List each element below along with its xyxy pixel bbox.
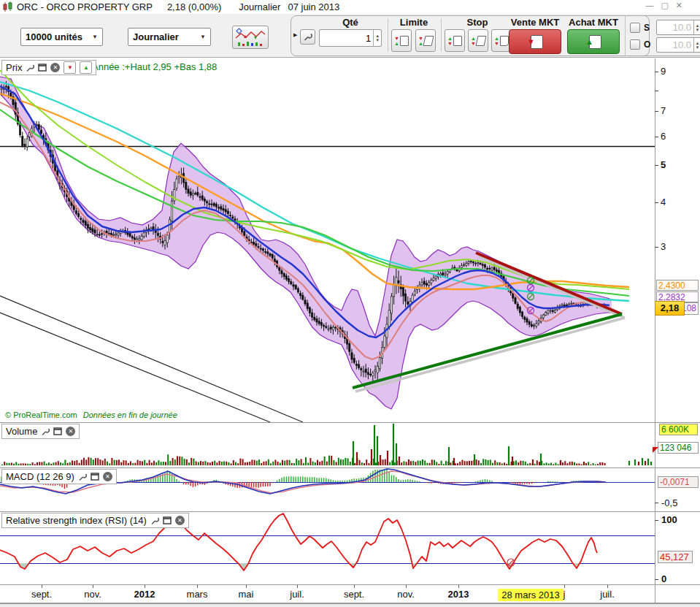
- objective-value-input[interactable]: [657, 38, 693, 52]
- timeline-tick-label: nov.: [84, 589, 101, 600]
- sell-shortcut-icon[interactable]: ▼: [64, 61, 76, 74]
- timeframe-dropdown[interactable]: Journalier ▼: [128, 28, 211, 46]
- macd-current-label: -0,0071: [658, 476, 699, 488]
- timeline-tick-label: j: [564, 589, 566, 600]
- year-high-low-info: Année :+Haut 2,95 +Bas 1,88: [92, 61, 217, 72]
- chart-style-icon: [235, 28, 266, 47]
- close-panel-icon[interactable]: ✕: [175, 516, 185, 525]
- spinner-arrows-icon[interactable]: ▲▼: [693, 20, 700, 34]
- price-axis-tick-label: 4: [661, 196, 666, 207]
- window-close-icon[interactable]: ✕: [676, 1, 682, 10]
- timeline-tick-label: mai: [239, 589, 254, 600]
- instrument-name: ORC - ORCO PROPERTY GRP: [17, 1, 153, 12]
- stop-trailing-icon: ▲▼: [494, 36, 499, 46]
- macd-panel-title: MACD (12 26 9): [6, 471, 74, 482]
- timeline-tick-label: 2012: [134, 589, 155, 600]
- limit-modify-button[interactable]: ▼▲: [415, 29, 436, 52]
- quantity-stepper[interactable]: ▲▼: [319, 29, 382, 47]
- data-delay-note: Données en fin de journée: [83, 411, 177, 419]
- timeframe-label: Journalier: [239, 1, 280, 12]
- spinner-arrows-icon[interactable]: ▲▼: [693, 38, 700, 52]
- wrench-icon[interactable]: [78, 473, 87, 481]
- detach-window-icon[interactable]: [163, 516, 172, 524]
- objective-checkbox[interactable]: [630, 39, 640, 50]
- stop-label: Stop: [442, 17, 512, 28]
- volume-panel-title: Volume: [6, 426, 37, 437]
- stop-checkbox[interactable]: [630, 23, 640, 33]
- limit-label: Limite: [390, 17, 438, 28]
- stop-objective-box: S O ▲▼ ▲▼: [625, 15, 700, 56]
- rsi-axis-tick-bottom: 0: [661, 573, 666, 584]
- detach-window-icon[interactable]: [91, 473, 99, 481]
- price-axis-tick-label: 7: [661, 105, 666, 116]
- timeline-tick-label: juil.: [600, 589, 615, 600]
- stop-order-button[interactable]: ▲▼: [445, 29, 465, 52]
- price-axis-tick-label: 6: [661, 131, 666, 142]
- wrench-icon: [303, 32, 312, 42]
- stop-modify-button[interactable]: ▲▼: [468, 29, 488, 52]
- sell-market-label: Vente MKT: [506, 17, 564, 28]
- timeframe-value: Journalier: [133, 31, 179, 42]
- objective-value-stepper[interactable]: ▲▼: [656, 37, 700, 53]
- volume-current-label: 123 046: [658, 442, 699, 454]
- rsi-current-label: 45,127: [658, 551, 693, 563]
- wrench-icon[interactable]: [26, 64, 34, 72]
- buy-shortcut-icon[interactable]: ▲: [80, 61, 92, 74]
- chart-style-button[interactable]: [232, 26, 269, 49]
- stop-checkbox-label: S: [644, 23, 650, 33]
- order-settings-button[interactable]: [300, 29, 315, 45]
- maximize-icon[interactable]: ▢: [661, 1, 668, 10]
- volume-panel-header: Volume ✕: [1, 424, 80, 439]
- current-price-label: 2,18: [655, 301, 685, 316]
- close-panel-icon[interactable]: ✕: [66, 427, 75, 436]
- timeline-tick-label: mars: [187, 589, 208, 600]
- detach-window-icon[interactable]: [38, 64, 47, 72]
- buy-market-label: Achat MKT: [564, 17, 623, 28]
- close-panel-icon[interactable]: ✕: [50, 63, 60, 72]
- stop-value-input[interactable]: [657, 20, 693, 34]
- price-panel-title: Prix: [6, 62, 22, 73]
- timeline-tick-label: juil.: [290, 589, 304, 600]
- buy-arrow-icon: ▲: [585, 37, 593, 46]
- title-bar: ORC - ORCO PROPERTY GRP 2,18 (0,00%) Jou…: [0, 0, 700, 14]
- price-axis-tick-label: 9: [661, 66, 666, 77]
- main-toolbar: 10000 unités ▼ Journalier ▼ ▶ Qt: [0, 14, 700, 58]
- timeline-tick-label: nov.: [397, 589, 415, 600]
- limit-order-icon: ▼▲: [394, 36, 399, 46]
- stop-order-icon: ▲▼: [447, 36, 453, 46]
- rsi-panel-title: Relative strength index (RSI) (14): [6, 515, 147, 526]
- rsi-axis-tick-top: 100: [661, 514, 677, 525]
- stop-value-stepper[interactable]: ▲▼: [656, 20, 700, 35]
- units-value: 10000 unités: [26, 31, 82, 42]
- sell-market-button[interactable]: ▼: [509, 29, 561, 54]
- minimize-icon[interactable]: —: [645, 1, 653, 10]
- limit-order-button[interactable]: ▼▲: [391, 29, 412, 52]
- bottom-edge: [0, 603, 700, 607]
- close-panel-icon[interactable]: ✕: [103, 472, 112, 481]
- volume-marker-icon: [653, 447, 658, 453]
- wrench-icon[interactable]: [41, 427, 50, 436]
- chevron-down-icon: ▼: [86, 34, 98, 40]
- timeline-tick-label: sept.: [344, 589, 364, 600]
- collapse-panel-arrow[interactable]: ▶: [293, 32, 297, 38]
- timeline-tick-label: sept.: [31, 589, 52, 600]
- rsi-panel-header: Relative strength index (RSI) (14) ✕: [1, 513, 189, 528]
- wrench-icon[interactable]: [150, 516, 159, 525]
- trading-platform-window: ORC - ORCO PROPERTY GRP 2,18 (0,00%) Jou…: [0, 0, 700, 607]
- sell-arrow-icon: ▼: [527, 37, 535, 46]
- timeline-highlighted-date: 28 mars 2013: [498, 589, 564, 601]
- objective-checkbox-label: O: [644, 39, 650, 50]
- quote-date: 07 juin 2013: [288, 1, 339, 12]
- timeline-tick-label: 2013: [448, 589, 469, 600]
- price-axis-tick-label: 5: [661, 159, 666, 170]
- macd-axis-tick-label: -0,5: [661, 497, 677, 508]
- units-dropdown[interactable]: 10000 unités ▼: [20, 28, 103, 46]
- buy-market-button[interactable]: ▲: [567, 29, 620, 54]
- copyright-text: © ProRealTime.com: [5, 411, 77, 419]
- candlestick-icon: [2, 1, 14, 12]
- volume-scale-label: 6 600K: [659, 424, 698, 435]
- macd-panel-header: MACD (12 26 9) ✕: [1, 469, 117, 484]
- quantity-input[interactable]: [320, 30, 373, 46]
- spinner-arrows-icon[interactable]: ▲▼: [373, 30, 381, 46]
- detach-window-icon[interactable]: [53, 427, 62, 435]
